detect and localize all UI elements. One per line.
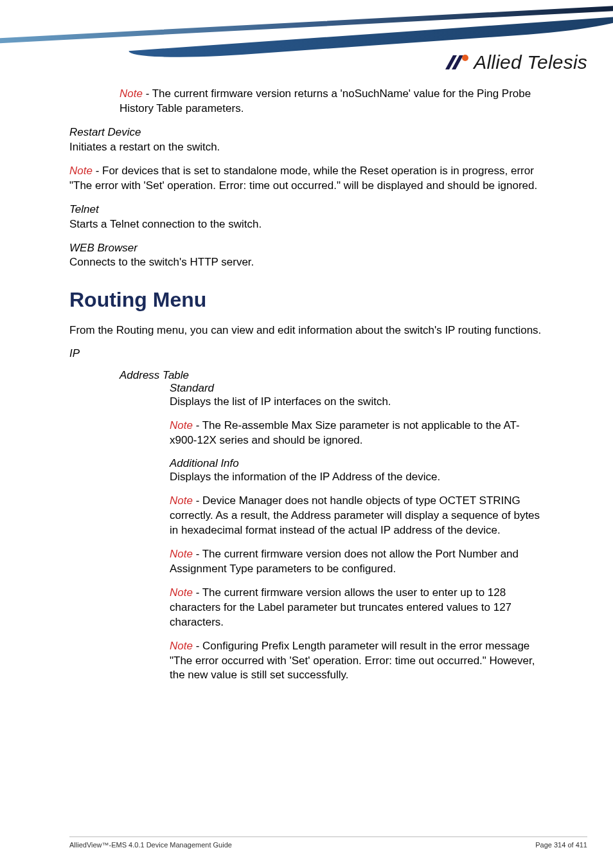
note-label-truncate: Note - The current firmware version allo… xyxy=(170,586,544,630)
page-content: Note - The current firmware version retu… xyxy=(0,87,613,683)
restart-device-section: Restart Device Initiates a restart on th… xyxy=(69,125,544,155)
page-footer: AlliedView™-EMS 4.0.1 Device Management … xyxy=(69,836,587,849)
footer-left: AlliedView™-EMS 4.0.1 Device Management … xyxy=(69,841,232,849)
note-port-number: Note - The current firmware version does… xyxy=(170,547,544,577)
standard-group: Standard Displays the list of IP interfa… xyxy=(170,382,544,683)
restart-device-heading: Restart Device xyxy=(69,125,544,140)
additional-info-body: Displays the information of the IP Addre… xyxy=(170,470,544,485)
telnet-body: Starts a Telnet connection to the switch… xyxy=(69,217,544,232)
standard-heading: Standard xyxy=(170,382,544,395)
address-table-group: Address Table xyxy=(120,369,544,382)
ip-heading: IP xyxy=(69,347,544,360)
brand-icon xyxy=(444,54,470,71)
web-browser-section: WEB Browser Connects to the switch's HTT… xyxy=(69,241,544,271)
note-restart-standalone: Note - For devices that is set to standa… xyxy=(69,164,544,194)
svg-point-0 xyxy=(462,55,468,61)
web-browser-heading: WEB Browser xyxy=(69,241,544,256)
routing-intro: From the Routing menu, you can view and … xyxy=(69,323,544,338)
telnet-heading: Telnet xyxy=(69,203,544,217)
web-browser-body: Connects to the switch's HTTP server. xyxy=(69,255,544,270)
note-prefix-length: Note - Configuring Prefix Length paramet… xyxy=(170,639,544,683)
brand-text: Allied Telesis xyxy=(474,51,587,73)
footer-right: Page 314 of 411 xyxy=(535,841,587,849)
routing-menu-title: Routing Menu xyxy=(69,288,544,312)
telnet-section: Telnet Starts a Telnet connection to the… xyxy=(69,203,544,232)
brand-logo: Allied Telesis xyxy=(444,51,587,73)
restart-device-body: Initiates a restart on the switch. xyxy=(69,140,544,155)
page-header: Allied Telesis xyxy=(0,0,613,87)
additional-info-heading: Additional Info xyxy=(170,457,544,470)
standard-body: Displays the list of IP interfaces on th… xyxy=(170,395,544,410)
note-octet-string: Note - Device Manager does not handle ob… xyxy=(170,494,544,538)
note-ping-history: Note - The current firmware version retu… xyxy=(120,87,544,116)
address-table-heading: Address Table xyxy=(120,369,544,382)
note-reassemble: Note - The Re-assemble Max Size paramete… xyxy=(170,419,544,448)
